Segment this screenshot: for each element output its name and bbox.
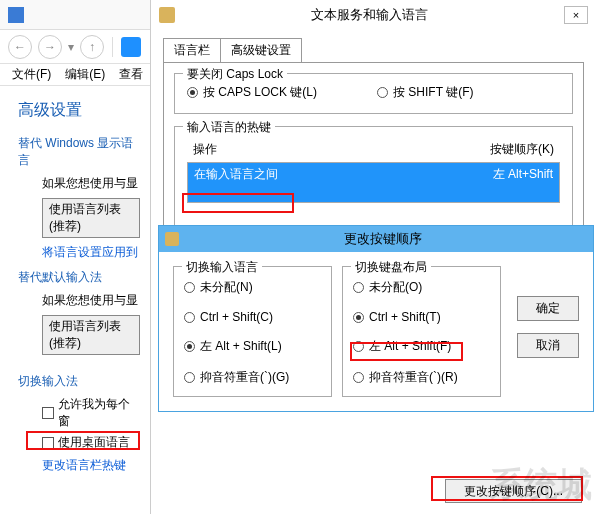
nav-up-icon[interactable]: ↑ — [80, 35, 104, 59]
page-heading: 高级设置 — [18, 100, 140, 121]
section-display-sub: 如果您想使用与显 — [42, 175, 140, 192]
tab-advanced-keys[interactable]: 高级键设置 — [220, 38, 302, 63]
separator — [112, 37, 113, 57]
caps-lock-label: 按 CAPS LOCK 键(L) — [203, 84, 317, 101]
g2-unassigned-label: 未分配(O) — [369, 279, 422, 296]
location-icon[interactable] — [121, 37, 141, 57]
nav-forward-icon: → — [38, 35, 62, 59]
menu-view[interactable]: 查看 — [119, 66, 143, 83]
g2-ctrl-shift-radio[interactable]: Ctrl + Shift(T) — [353, 310, 490, 324]
g2-grave-radio[interactable]: 抑音符重音(`)(R) — [353, 369, 490, 386]
radio-icon — [187, 87, 198, 98]
radio-icon — [353, 372, 364, 383]
hotkey-group-title: 输入语言的热键 — [183, 119, 275, 136]
section-default-ime: 替代默认输入法 — [18, 269, 140, 286]
shift-radio[interactable]: 按 SHIFT 键(F) — [377, 84, 473, 101]
desktop-language-checkbox[interactable] — [42, 437, 54, 449]
g1-grave-radio[interactable]: 抑音符重音(`)(G) — [184, 369, 321, 386]
change-key-sequence-button[interactable]: 更改按键顺序(C)... — [445, 479, 582, 503]
section-switch-ime: 切换输入法 — [18, 373, 140, 390]
menu-file[interactable]: 文件(F) — [12, 66, 51, 83]
change-key-sequence-dialog: 更改按键顺序 切换输入语言 未分配(N) Ctrl + Shift(C) 左 A… — [158, 225, 594, 412]
g2-ctrl-shift-label: Ctrl + Shift(T) — [369, 310, 441, 324]
caps-lock-radio[interactable]: 按 CAPS LOCK 键(L) — [187, 84, 317, 101]
apply-language-link[interactable]: 将语言设置应用到 — [42, 244, 140, 261]
cancel-button[interactable]: 取消 — [517, 333, 579, 358]
radio-icon — [353, 282, 364, 293]
g1-ctrl-shift-radio[interactable]: Ctrl + Shift(C) — [184, 310, 321, 324]
g1-unassigned-radio[interactable]: 未分配(N) — [184, 279, 321, 296]
g2-unassigned-radio[interactable]: 未分配(O) — [353, 279, 490, 296]
g2-grave-label: 抑音符重音(`)(R) — [369, 369, 458, 386]
desktop-language-label: 使用桌面语言 — [58, 434, 130, 451]
hotkey-row-selected[interactable]: 在输入语言之间 左 Alt+Shift — [188, 163, 559, 186]
g1-left-alt-shift-label: 左 Alt + Shift(L) — [200, 338, 282, 355]
per-window-checkbox[interactable] — [42, 407, 54, 419]
svg-rect-0 — [8, 7, 24, 23]
g1-unassigned-label: 未分配(N) — [200, 279, 253, 296]
section-default-sub: 如果您想使用与显 — [42, 292, 140, 309]
app-icon — [8, 7, 24, 23]
dialog2-icon — [165, 232, 179, 246]
use-language-list-button-2[interactable]: 使用语言列表(推荐) — [42, 315, 140, 355]
section-display-language: 替代 Windows 显示语言 — [18, 135, 140, 169]
radio-icon — [184, 312, 195, 323]
change-hotkey-link[interactable]: 更改语言栏热键 — [42, 457, 140, 474]
g2-left-alt-shift-label: 左 Alt + Shift(F) — [369, 338, 451, 355]
chevron-down-icon[interactable]: ▾ — [68, 40, 74, 54]
radio-icon — [353, 312, 364, 323]
g1-ctrl-shift-label: Ctrl + Shift(C) — [200, 310, 273, 324]
radio-icon — [184, 282, 195, 293]
radio-icon — [353, 341, 364, 352]
g2-left-alt-shift-radio[interactable]: 左 Alt + Shift(F) — [353, 338, 490, 355]
dialog2-title: 更改按键顺序 — [179, 230, 587, 248]
menu-edit[interactable]: 编辑(E) — [65, 66, 105, 83]
g1-grave-label: 抑音符重音(`)(G) — [200, 369, 289, 386]
radio-icon — [184, 372, 195, 383]
radio-icon — [184, 341, 195, 352]
caps-group-title: 要关闭 Caps Lock — [183, 66, 287, 83]
per-window-label: 允许我为每个窗 — [58, 396, 140, 430]
row-op: 在输入语言之间 — [194, 166, 493, 183]
dialog-close-button[interactable]: × — [564, 6, 588, 24]
g1-left-alt-shift-radio[interactable]: 左 Alt + Shift(L) — [184, 338, 321, 355]
nav-back-icon[interactable]: ← — [8, 35, 32, 59]
col-operation: 操作 — [193, 141, 490, 158]
col-key-sequence: 按键顺序(K) — [490, 141, 554, 158]
switch-input-title: 切换输入语言 — [182, 259, 262, 276]
dialog-title: 文本服务和输入语言 — [175, 6, 564, 24]
ok-button[interactable]: 确定 — [517, 296, 579, 321]
tab-language-bar[interactable]: 语言栏 — [163, 38, 221, 63]
use-language-list-button[interactable]: 使用语言列表(推荐) — [42, 198, 140, 238]
dialog-icon — [159, 7, 175, 23]
switch-layout-title: 切换键盘布局 — [351, 259, 431, 276]
shift-label: 按 SHIFT 键(F) — [393, 84, 473, 101]
radio-icon — [377, 87, 388, 98]
row-key: 左 Alt+Shift — [493, 166, 553, 183]
